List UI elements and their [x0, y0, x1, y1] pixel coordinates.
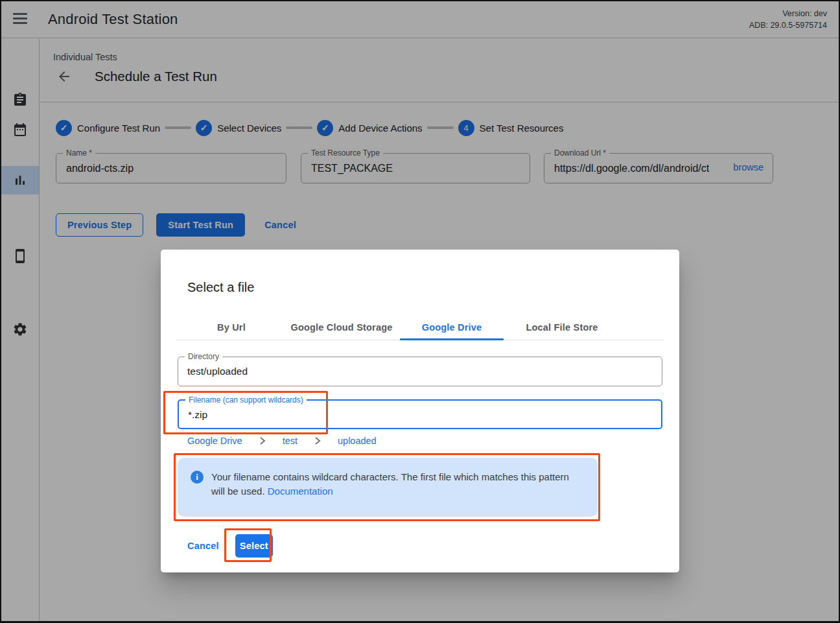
dialog-title: Select a file: [187, 280, 254, 295]
dialog-cancel-button[interactable]: Cancel: [182, 534, 224, 558]
directory-input[interactable]: [187, 357, 655, 386]
dialog-actions: Cancel Select: [182, 534, 273, 558]
directory-field: Directory: [178, 357, 662, 386]
breadcrumb-google-drive[interactable]: Google Drive: [187, 436, 242, 446]
dialog-select-button[interactable]: Select: [235, 534, 273, 558]
active-tab-indicator: [400, 338, 504, 340]
chevron-right-icon: [314, 437, 321, 445]
alert-message-text: Your filename contains wildcard characte…: [211, 471, 569, 497]
breadcrumb-uploaded[interactable]: uploaded: [338, 436, 377, 446]
chevron-right-icon: [259, 437, 266, 445]
filename-input[interactable]: [188, 401, 655, 429]
wildcard-info-alert: i Your filename contains wildcard charac…: [178, 458, 598, 517]
alert-message: Your filename contains wildcard characte…: [211, 470, 585, 504]
tab-local-file-store[interactable]: Local File Store: [507, 315, 617, 340]
tab-google-drive-label: Google Drive: [422, 322, 482, 333]
file-source-tabs: By Url Google Cloud Storage Google Drive…: [176, 315, 664, 340]
breadcrumb-test[interactable]: test: [283, 436, 298, 446]
tab-google-cloud-storage[interactable]: Google Cloud Storage: [286, 315, 397, 340]
tab-by-url[interactable]: By Url: [176, 315, 286, 340]
filename-field: Filename (can support wildcards): [178, 399, 662, 429]
documentation-link[interactable]: Documentation: [268, 486, 333, 497]
select-file-dialog: Select a file By Url Google Cloud Storag…: [161, 250, 679, 572]
info-icon: i: [191, 471, 204, 484]
drive-breadcrumb: Google Drive test uploaded: [187, 436, 377, 446]
tab-google-drive[interactable]: Google Drive: [397, 315, 507, 340]
app-window: Android Test Station Version: dev ADB: 2…: [0, 0, 840, 623]
